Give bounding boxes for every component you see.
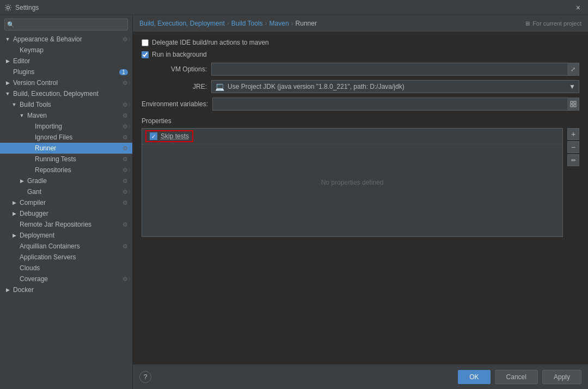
- bottom-right: OK Cancel Apply: [458, 370, 581, 384]
- delegate-row: Delegate IDE build/run actions to maven: [142, 39, 579, 46]
- sidebar-item-label: Running Tests: [35, 155, 120, 163]
- expand-arrow: ▶: [11, 200, 17, 205]
- svg-rect-4: [574, 105, 576, 107]
- jre-label: JRE:: [142, 83, 207, 90]
- settings-icon: ⚙: [122, 156, 128, 163]
- expand-arrow: ▶: [11, 211, 17, 216]
- sidebar-item-gant[interactable]: Gant ⚙: [0, 186, 132, 197]
- breadcrumb-sep: ›: [291, 20, 293, 27]
- background-label-text: Run in background: [152, 51, 207, 58]
- sidebar-item-version-control[interactable]: ▶ Version Control ⚙: [0, 77, 132, 88]
- sidebar-item-maven[interactable]: ▼ Maven ⚙: [0, 110, 132, 121]
- jre-select-inner: 💻 Use Project JDK (java version "1.8.0_2…: [215, 82, 405, 91]
- settings-icon: ⚙: [122, 199, 128, 206]
- search-box[interactable]: 🔍: [4, 19, 128, 31]
- sidebar-item-plugins[interactable]: Plugins 1: [0, 66, 132, 77]
- skip-tests-box: ✓ Skip tests: [145, 130, 193, 142]
- settings-icon: ⚙: [122, 145, 128, 152]
- properties-remove-button[interactable]: −: [567, 141, 579, 153]
- sidebar-item-label: Docker: [13, 286, 128, 294]
- properties-add-button[interactable]: +: [567, 128, 579, 140]
- sidebar-item-label: Application Servers: [20, 253, 128, 261]
- bottom-bar: ? OK Cancel Apply: [133, 364, 588, 389]
- skip-tests-checkbox[interactable]: ✓: [150, 132, 157, 140]
- settings-icon: ⚙: [122, 134, 128, 141]
- properties-table: ✓ Skip tests No properties defined: [142, 128, 563, 237]
- breadcrumb-item-build[interactable]: Build, Execution, Deployment: [139, 20, 225, 27]
- sidebar-item-compiler[interactable]: ▶ Compiler ⚙: [0, 197, 132, 208]
- vm-options-input[interactable]: [211, 63, 579, 76]
- settings-icon: ⚙: [122, 101, 128, 108]
- sidebar-item-arquillian-containers[interactable]: Arquillian Containers ⚙: [0, 241, 132, 252]
- sidebar-item-debugger[interactable]: ▶ Debugger: [0, 208, 132, 219]
- svg-point-0: [7, 6, 10, 9]
- sidebar-item-docker[interactable]: ▶ Docker: [0, 284, 132, 295]
- settings-icon: ⚙: [122, 221, 128, 228]
- settings-icon: ⚙: [122, 276, 128, 283]
- apply-button[interactable]: Apply: [542, 370, 581, 384]
- background-checkbox[interactable]: [142, 51, 149, 58]
- delegate-checkbox[interactable]: [142, 39, 149, 46]
- sidebar-item-running-tests[interactable]: Running Tests ⚙: [0, 154, 132, 165]
- sidebar-item-deployment[interactable]: ▶ Deployment: [0, 230, 132, 241]
- ok-button[interactable]: OK: [458, 370, 490, 384]
- delegate-checkbox-label[interactable]: Delegate IDE build/run actions to maven: [142, 39, 269, 46]
- background-checkbox-label[interactable]: Run in background: [142, 51, 207, 58]
- close-button[interactable]: ×: [573, 2, 584, 13]
- expand-arrow: ▶: [4, 58, 11, 64]
- sidebar-item-application-servers[interactable]: Application Servers: [0, 252, 132, 263]
- sidebar: 🔍 ▼ Appearance & Behavior ⚙ Keymap ▶ Edi…: [0, 15, 133, 389]
- project-icon: 🖥: [524, 20, 530, 27]
- background-row: Run in background: [142, 51, 579, 58]
- settings-icon: ⚙: [122, 243, 128, 250]
- properties-sidebar-buttons: + − ✏: [567, 128, 579, 237]
- expand-arrow: ▼: [19, 113, 25, 118]
- settings-icon: [4, 4, 12, 11]
- sidebar-item-clouds[interactable]: Clouds: [0, 263, 132, 273]
- search-input[interactable]: [4, 19, 128, 31]
- no-properties-text: No properties defined: [321, 179, 384, 186]
- sidebar-item-editor[interactable]: ▶ Editor: [0, 56, 132, 66]
- sidebar-item-label: Build, Execution, Deployment: [13, 90, 128, 98]
- content-area: Build, Execution, Deployment › Build Too…: [133, 15, 588, 389]
- breadcrumb-item-maven[interactable]: Maven: [270, 20, 289, 27]
- sidebar-item-label: Editor: [13, 57, 128, 65]
- search-icon: 🔍: [7, 21, 15, 28]
- cancel-button[interactable]: Cancel: [495, 370, 538, 384]
- sidebar-item-label: Version Control: [13, 79, 120, 87]
- svg-rect-3: [571, 105, 573, 107]
- sidebar-item-build-execution-deployment[interactable]: ▼ Build, Execution, Deployment: [0, 88, 132, 99]
- sidebar-item-build-tools[interactable]: ▼ Build Tools ⚙: [0, 99, 132, 110]
- jre-select[interactable]: 💻 Use Project JDK (java version "1.8.0_2…: [211, 80, 579, 93]
- main-layout: 🔍 ▼ Appearance & Behavior ⚙ Keymap ▶ Edi…: [0, 15, 588, 389]
- sidebar-scroll: ▼ Appearance & Behavior ⚙ Keymap ▶ Edito…: [0, 34, 132, 389]
- env-vars-expand-button[interactable]: [567, 98, 579, 111]
- breadcrumb-item-build-tools[interactable]: Build Tools: [231, 20, 263, 27]
- sidebar-item-gradle[interactable]: ▶ Gradle ⚙: [0, 175, 132, 186]
- sidebar-item-label: Debugger: [20, 210, 128, 217]
- sidebar-item-label: Importing: [35, 123, 120, 130]
- sidebar-item-remote-jar-repositories[interactable]: Remote Jar Repositories ⚙: [0, 219, 132, 230]
- help-button[interactable]: ?: [139, 371, 151, 383]
- jre-value: Use Project JDK (java version "1.8.0_221…: [228, 83, 405, 90]
- sidebar-item-keymap[interactable]: Keymap: [0, 45, 132, 56]
- sidebar-item-ignored-files[interactable]: Ignored Files ⚙: [0, 132, 132, 143]
- delegate-label-text: Delegate IDE build/run actions to maven: [152, 39, 269, 46]
- sidebar-item-label: Maven: [27, 112, 120, 119]
- title-bar: Settings ×: [0, 0, 588, 15]
- sidebar-item-coverage[interactable]: Coverage ⚙: [0, 273, 132, 284]
- expand-arrow: ▶: [11, 233, 17, 238]
- env-vars-row: Environment variables:: [142, 98, 579, 111]
- svg-rect-1: [571, 101, 573, 104]
- title-bar-left: Settings: [4, 4, 39, 11]
- vm-options-expand-button[interactable]: ⤢: [567, 63, 579, 76]
- sidebar-item-runner[interactable]: Runner ⚙: [0, 143, 132, 154]
- form-area: Delegate IDE build/run actions to maven …: [133, 32, 588, 364]
- sidebar-item-appearance-behavior[interactable]: ▼ Appearance & Behavior ⚙: [0, 34, 132, 45]
- properties-edit-button[interactable]: ✏: [567, 154, 579, 166]
- env-vars-input[interactable]: [212, 98, 579, 111]
- bottom-left: ?: [139, 371, 151, 383]
- properties-header: Properties: [142, 117, 579, 125]
- sidebar-item-importing[interactable]: Importing ⚙: [0, 121, 132, 132]
- sidebar-item-repositories[interactable]: Repositories ⚙: [0, 165, 132, 175]
